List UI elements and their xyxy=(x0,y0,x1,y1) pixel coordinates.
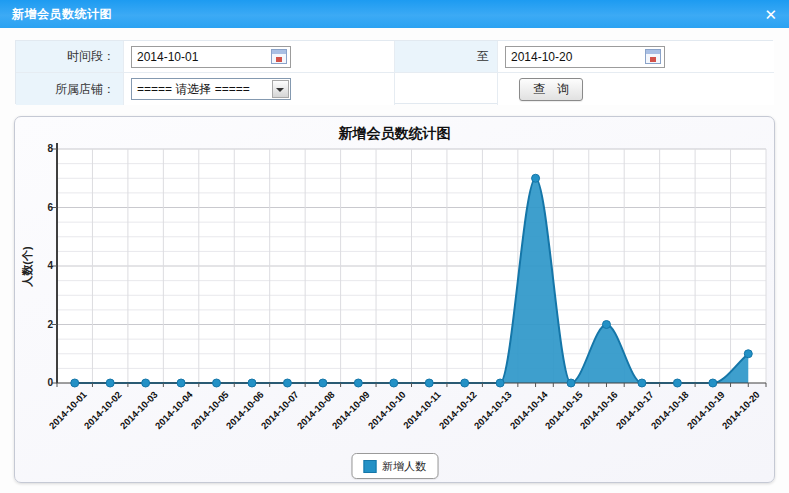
y-tick-label: 8 xyxy=(23,143,53,154)
data-point[interactable] xyxy=(142,379,150,387)
chevron-down-icon xyxy=(276,88,284,96)
data-point[interactable] xyxy=(461,379,469,387)
data-point[interactable] xyxy=(602,321,610,329)
y-tick-label: 2 xyxy=(23,319,53,330)
data-point[interactable] xyxy=(567,379,575,387)
dialog-title: 新增会员数统计图 xyxy=(0,6,112,23)
end-date-input[interactable] xyxy=(505,46,665,68)
data-point[interactable] xyxy=(425,379,433,387)
close-icon[interactable]: ✕ xyxy=(764,7,777,22)
data-point[interactable] xyxy=(283,379,291,387)
legend-label: 新增人数 xyxy=(382,459,426,474)
data-point[interactable] xyxy=(354,379,362,387)
empty-cell xyxy=(395,73,498,105)
shop-label: 所属店铺： xyxy=(16,73,124,105)
data-point[interactable] xyxy=(532,174,540,182)
data-point[interactable] xyxy=(248,379,256,387)
query-button[interactable]: 查 询 xyxy=(519,78,583,101)
shop-select[interactable]: ===== 请选择 ===== xyxy=(131,78,291,100)
shop-cell: ===== 请选择 ===== xyxy=(124,73,395,105)
data-point[interactable] xyxy=(106,379,114,387)
select-dropdown-button[interactable] xyxy=(272,80,289,98)
chart-legend[interactable]: 新增人数 xyxy=(351,453,438,479)
data-point[interactable] xyxy=(390,379,398,387)
period-label: 时间段： xyxy=(16,41,124,73)
data-point[interactable] xyxy=(319,379,327,387)
data-point[interactable] xyxy=(673,379,681,387)
y-tick-label: 4 xyxy=(23,260,53,271)
query-cell: 查 询 xyxy=(498,73,774,105)
data-point[interactable] xyxy=(71,379,79,387)
data-point[interactable] xyxy=(638,379,646,387)
data-point[interactable] xyxy=(496,379,504,387)
legend-swatch-icon xyxy=(363,460,376,473)
end-date-cell xyxy=(498,41,774,73)
chart-panel: 新增会员数统计图 人数(个) 02468 2014-10-012014-10-0… xyxy=(14,116,775,483)
calendar-icon[interactable] xyxy=(271,49,287,64)
data-point[interactable] xyxy=(709,379,717,387)
y-tick-label: 6 xyxy=(23,202,53,213)
start-date-cell xyxy=(124,41,395,73)
y-tick-label: 0 xyxy=(23,377,53,388)
start-date-input[interactable] xyxy=(131,46,291,68)
dialog-titlebar: 新增会员数统计图 ✕ xyxy=(0,0,789,28)
calendar-icon[interactable] xyxy=(645,49,661,64)
shop-select-value: ===== 请选择 ===== xyxy=(137,82,250,96)
data-point[interactable] xyxy=(744,350,752,358)
data-point[interactable] xyxy=(177,379,185,387)
data-point[interactable] xyxy=(213,379,221,387)
filter-form: 时间段： 至 所属店铺： ===== 请选择 ===== 查 询 xyxy=(15,40,773,104)
to-label: 至 xyxy=(395,41,498,73)
